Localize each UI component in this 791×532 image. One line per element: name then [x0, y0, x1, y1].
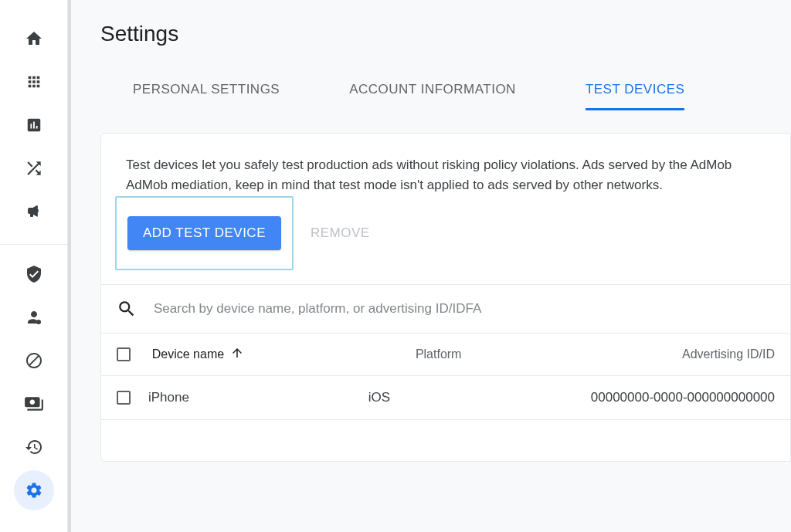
sidebar-mediation[interactable] [14, 148, 54, 188]
sidebar-reports[interactable] [14, 105, 54, 145]
apps-grid-icon [25, 73, 42, 90]
sidebar-payments[interactable] [14, 384, 54, 424]
cell-advertising-id: 00000000-0000-000000000000 [591, 390, 775, 405]
sidebar-home[interactable] [14, 19, 54, 59]
tab-personal-settings[interactable]: PERSONAL SETTINGS [133, 71, 280, 110]
megaphone-icon [25, 202, 43, 221]
table-row[interactable]: iPhone iOS 00000000-0000-000000000000 [101, 375, 790, 419]
header-device-name[interactable]: Device name [152, 346, 402, 363]
remove-button[interactable]: REMOVE [298, 216, 382, 250]
header-platform[interactable]: Platform [416, 347, 668, 361]
user-icon [25, 308, 43, 327]
cell-device-name: iPhone [148, 390, 355, 405]
svg-point-0 [36, 320, 41, 324]
sidebar-policy[interactable] [14, 254, 54, 294]
header-advertising-id[interactable]: Advertising ID/ID [682, 347, 775, 361]
sidebar-blocked[interactable] [14, 341, 54, 381]
panel-actions: ADD TEST DEVICE REMOVE [101, 196, 790, 284]
sort-ascending-icon [230, 346, 244, 363]
table-footer [101, 419, 790, 461]
select-all-checkbox[interactable] [117, 347, 131, 361]
tabs: PERSONAL SETTINGS ACCOUNT INFORMATION TE… [133, 71, 791, 111]
search-input[interactable] [154, 301, 766, 317]
sidebar-divider [0, 244, 68, 245]
history-icon [25, 438, 43, 456]
sidebar [0, 0, 68, 532]
test-devices-panel: Test devices let you safely test product… [100, 133, 791, 462]
search-icon [117, 299, 137, 319]
sidebar-settings[interactable] [14, 470, 54, 510]
table-header: Device name Platform Advertising ID/ID [101, 333, 790, 375]
sidebar-history[interactable] [14, 427, 54, 467]
tab-account-information[interactable]: ACCOUNT INFORMATION [349, 71, 516, 110]
search-row [101, 284, 790, 333]
add-test-device-button[interactable]: ADD TEST DEVICE [127, 216, 281, 250]
main-content: Settings PERSONAL SETTINGS ACCOUNT INFOR… [71, 0, 791, 532]
chart-icon [25, 117, 42, 134]
row-checkbox[interactable] [117, 391, 131, 405]
tab-test-devices[interactable]: TEST DEVICES [586, 71, 685, 110]
add-device-highlight: ADD TEST DEVICE [115, 196, 294, 270]
panel-description: Test devices let you safely test product… [101, 134, 790, 196]
home-icon [25, 29, 43, 48]
devices-table: Device name Platform Advertising ID/ID i… [101, 333, 790, 461]
block-icon [25, 351, 43, 370]
shuffle-icon [24, 158, 44, 178]
sidebar-apps[interactable] [14, 62, 54, 102]
gear-icon [25, 481, 43, 500]
payments-icon [24, 394, 44, 414]
cell-platform: iOS [368, 390, 577, 405]
header-device-name-label: Device name [152, 347, 224, 361]
sidebar-campaigns[interactable] [14, 191, 54, 232]
page-title: Settings [100, 22, 791, 46]
sidebar-users[interactable] [14, 297, 54, 337]
shield-icon [25, 265, 43, 283]
